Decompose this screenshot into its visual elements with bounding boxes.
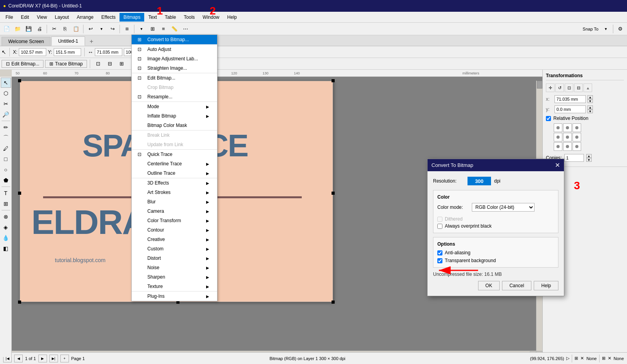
snap-drop[interactable]: ▼	[601, 24, 611, 34]
page-prev-btn[interactable]: ◀	[14, 355, 23, 362]
tool-interactive[interactable]: ◈	[1, 222, 11, 232]
relpos-mr[interactable]	[573, 133, 581, 141]
handle-tr[interactable]	[332, 79, 335, 82]
tool-eyedrop[interactable]: 💧	[1, 233, 11, 243]
menu-contour[interactable]: Contour ▶	[132, 225, 217, 235]
tool-zoom[interactable]: 🔎	[1, 109, 11, 120]
menu-camera[interactable]: Camera ▶	[132, 206, 217, 216]
menu-straighten[interactable]: ⊡ Straighten Image...	[132, 63, 217, 73]
save-btn[interactable]: 💾	[24, 24, 34, 34]
handle-br[interactable]	[332, 301, 335, 304]
menu-tools[interactable]: Tools	[180, 13, 199, 22]
relpos-tl[interactable]	[554, 123, 562, 132]
tab-welcome[interactable]: Welcome Screen	[2, 37, 51, 46]
tool-rect[interactable]: □	[1, 154, 11, 164]
import-btn[interactable]: ⊞	[122, 24, 132, 34]
menu-blur[interactable]: Blur ▶	[132, 197, 217, 206]
tool-crop[interactable]: ✂	[1, 99, 11, 109]
menu-quick-trace[interactable]: ⊡ Quick Trace	[132, 150, 217, 159]
menu-color-transform[interactable]: Color Transform ▶	[132, 216, 217, 225]
trans-skew[interactable]: ⟁	[584, 83, 592, 92]
ctx-btn2[interactable]: ⊟	[105, 59, 115, 69]
copies-input[interactable]	[564, 154, 584, 162]
menu-bitmap-color-mask[interactable]: Bitmap Color Mask	[132, 121, 217, 130]
menu-help[interactable]: Help	[223, 13, 241, 22]
menu-image-adj-lab[interactable]: ⊡ Image Adjustment Lab...	[132, 54, 217, 63]
redo-btn[interactable]: ↪	[107, 24, 118, 34]
tool-ellipse[interactable]: ○	[1, 165, 11, 175]
menu-edit[interactable]: Edit	[17, 13, 33, 22]
handle-mr[interactable]	[332, 192, 335, 195]
menu-layout[interactable]: Layout	[51, 13, 73, 22]
trans-mirror[interactable]: ⊟	[574, 83, 583, 92]
options-btn[interactable]: ⚙	[615, 24, 625, 34]
tool-freehand[interactable]: ✏	[1, 122, 11, 132]
transparent-checkbox[interactable]	[437, 258, 442, 263]
trace-bitmap-btn[interactable]: ⊞ Trace Bitmap	[45, 60, 87, 68]
handle-tl[interactable]	[18, 79, 21, 82]
tool-artpen[interactable]: 🖊	[1, 143, 11, 154]
open-btn[interactable]: 📁	[13, 24, 23, 34]
trans-y-down[interactable]: ▼	[587, 109, 593, 113]
menu-table[interactable]: Table	[161, 13, 180, 22]
trans-rotate[interactable]: ↺	[555, 83, 564, 92]
relative-position-checkbox[interactable]	[546, 116, 551, 121]
menu-file[interactable]: File	[2, 13, 17, 22]
ok-button[interactable]: OK	[478, 281, 500, 290]
menu-3d-effects[interactable]: 3D Effects ▶	[132, 178, 217, 188]
trans-scale[interactable]: ⊡	[565, 83, 573, 92]
trans-y-input[interactable]	[555, 105, 586, 113]
trans-x-down[interactable]: ▼	[587, 99, 593, 103]
ctx-btn3[interactable]: ⊞	[116, 59, 127, 69]
tool-fill[interactable]: ⊗	[1, 212, 11, 222]
handle-bl[interactable]	[18, 301, 21, 304]
new-tab-btn[interactable]: +	[87, 37, 96, 46]
resolution-input[interactable]	[468, 177, 491, 185]
copies-down[interactable]: ▼	[586, 158, 592, 162]
menu-edit-bitmap[interactable]: ⊡ Edit Bitmap...	[132, 73, 217, 83]
relpos-br[interactable]	[573, 142, 581, 151]
ruler-btn[interactable]: 📏	[169, 24, 179, 34]
tb-more[interactable]: ⋯	[180, 24, 190, 34]
relpos-mc[interactable]	[563, 133, 572, 141]
w-input[interactable]	[95, 48, 122, 56]
anti-alias-checkbox[interactable]	[437, 250, 442, 255]
page-next-btn[interactable]: ▶	[38, 355, 47, 362]
undo-btn[interactable]: ↩	[85, 24, 96, 34]
trans-y-up[interactable]: ▲	[587, 105, 593, 109]
relpos-ml[interactable]	[554, 133, 562, 141]
menu-arrange[interactable]: Arrange	[73, 13, 98, 22]
menu-noise[interactable]: Noise ▶	[132, 263, 217, 272]
vscroll-thumb[interactable]	[537, 81, 542, 89]
dialog-close-btn[interactable]: ✕	[555, 161, 560, 169]
tab-untitled1[interactable]: Untitled-1	[51, 36, 85, 46]
relpos-tr[interactable]	[573, 123, 581, 132]
menu-view[interactable]: View	[33, 13, 51, 22]
new-btn[interactable]: 📄	[2, 24, 12, 34]
menu-sharpen[interactable]: Sharpen ▶	[132, 272, 217, 282]
copies-up[interactable]: ▲	[586, 154, 592, 158]
relpos-bl[interactable]	[554, 142, 562, 151]
relpos-bc[interactable]	[563, 142, 572, 151]
page-last-btn[interactable]: ▶|	[49, 355, 58, 362]
grid-btn[interactable]: ⊞	[147, 24, 158, 34]
tool-polygon[interactable]: ⬟	[1, 175, 11, 185]
menu-outline-trace[interactable]: Outline Trace ▶	[132, 168, 217, 178]
menu-inflate-bitmap[interactable]: Inflate Bitmap ▶	[132, 111, 217, 121]
x-input[interactable]	[19, 48, 46, 56]
trans-move[interactable]: ✛	[546, 83, 555, 92]
zoom-drop[interactable]: ▼	[136, 24, 147, 34]
tool-select[interactable]: ↖	[1, 78, 11, 88]
y-input[interactable]	[54, 48, 81, 56]
menu-distort[interactable]: Distort ▶	[132, 254, 217, 263]
menu-centerline-trace[interactable]: Centerline Trace ▶	[132, 159, 217, 168]
menu-convert-bitmap[interactable]: ⊞ Convert to Bitmap...	[132, 35, 217, 44]
menu-custom[interactable]: Custom ▶	[132, 244, 217, 254]
tool-bezier[interactable]: ⌒	[1, 133, 11, 143]
edit-bitmap-btn[interactable]: ⊡ Edit Bitmap...	[2, 60, 43, 68]
cut-btn[interactable]: ✂	[49, 24, 59, 34]
paste-btn[interactable]: 📋	[71, 24, 81, 34]
menu-resample[interactable]: ⊡ Resample...	[132, 92, 217, 101]
tool-color-degrade[interactable]: ◧	[1, 243, 11, 254]
print-btn[interactable]: 🖨	[34, 24, 45, 34]
